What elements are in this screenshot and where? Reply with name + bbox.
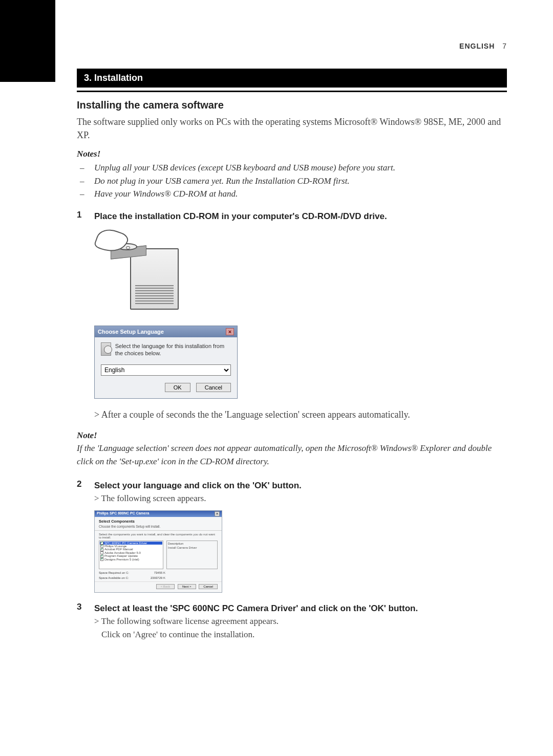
close-icon[interactable]: × — [215, 511, 220, 516]
step2-result: > The following screen appears. — [94, 492, 302, 505]
step-text: Select at least the 'SPC 600NC PC Camera… — [94, 602, 418, 615]
step-number: 2 — [77, 479, 94, 505]
step-2: 2 Select your language and click on the … — [77, 479, 507, 505]
components-listbox[interactable]: SPC 600NC PC Camera Driver Philips VLoun… — [99, 541, 163, 569]
step-number: 1 — [77, 210, 94, 223]
description-label: Description — [168, 542, 216, 545]
left-black-bar — [0, 0, 55, 82]
page-header: ENGLISH 7 — [77, 42, 507, 50]
list-item: Have your Windows® CD-ROM at hand. — [77, 187, 507, 201]
description-text: Install Camera Driver — [168, 546, 216, 549]
dialog2-instruction: Select the components you want to instal… — [99, 533, 218, 539]
close-icon[interactable]: × — [226, 328, 234, 335]
list-item: Do not plug in your USB camera yet. Run … — [77, 175, 507, 188]
note-block: Note! If the 'Language selection' screen… — [77, 430, 507, 469]
list-item[interactable]: Philips VLounge — [104, 545, 126, 548]
cd-insert-illustration — [94, 228, 507, 317]
hand-icon — [96, 230, 132, 255]
cancel-button[interactable]: Cancel — [196, 383, 231, 392]
choose-language-dialog: Choose Setup Language × Select the langu… — [94, 326, 238, 399]
section-rule — [77, 91, 507, 92]
note-heading: Note! — [77, 430, 507, 441]
space-required-value: 73455 K — [154, 571, 165, 574]
dialog2-title: Philips SPC 600NC PC Camera — [97, 511, 149, 516]
step-text: Place the installation CD-ROM in your co… — [94, 210, 387, 223]
step3-result2: Click on 'Agree' to continue the install… — [101, 628, 418, 641]
cancel-button[interactable]: Cancel — [199, 584, 218, 589]
back-button: < Back — [156, 584, 175, 589]
next-button[interactable]: Next > — [178, 584, 196, 589]
step1-result: > After a couple of seconds the the 'Lan… — [94, 408, 507, 421]
space-required-label: Space Required on C: — [99, 571, 129, 574]
list-item[interactable]: Designs Premium 5 (trial) — [104, 558, 139, 561]
dialog2-sub: Choose the components Setup will install… — [95, 525, 222, 531]
notes-list: Unplug all your USB devices (except USB … — [77, 161, 507, 201]
language-select[interactable]: English — [101, 364, 231, 376]
dialog-message: Select the language for this installatio… — [115, 342, 231, 357]
note-body: If the 'Language selection' screen does … — [77, 442, 507, 469]
notes-heading: Notes! — [77, 149, 507, 159]
list-item: Unplug all your USB devices (except USB … — [77, 161, 507, 175]
checkbox-icon[interactable] — [100, 558, 103, 561]
space-available-value: 2393729 K — [151, 576, 165, 579]
step3-result1: > The following software license agreeme… — [94, 615, 418, 628]
list-item[interactable]: SPC 600NC PC Camera Driver — [104, 542, 147, 545]
computer-tower-icon — [130, 248, 179, 310]
step-number: 3 — [77, 602, 94, 641]
dialog2-heading: Select Components — [95, 517, 222, 525]
subsection-title: Installing the camera software — [77, 99, 507, 111]
section-title: 3. Installation — [77, 69, 507, 88]
select-components-dialog: Philips SPC 600NC PC Camera × Select Com… — [94, 510, 222, 593]
checkbox-icon[interactable] — [100, 548, 103, 551]
list-item[interactable]: Acrobat PDF Manual — [104, 548, 133, 551]
dialog-title: Choose Setup Language — [98, 329, 164, 335]
step-3: 3 Select at least the 'SPC 600NC PC Came… — [77, 602, 507, 641]
language-label: ENGLISH — [459, 42, 495, 50]
intro-paragraph: The software supplied only works on PCs … — [77, 115, 507, 142]
page-number: 7 — [502, 42, 507, 50]
list-item[interactable]: Program Keeper Update — [104, 554, 138, 557]
list-item[interactable]: Adobe Acrobat Reader 5.0 — [104, 551, 141, 554]
space-available-label: Space Available on C: — [99, 576, 129, 579]
step-1: 1 Place the installation CD-ROM in your … — [77, 210, 507, 223]
description-box: Description Install Camera Driver — [166, 541, 218, 569]
step-text: Select your language and click on the 'O… — [94, 479, 302, 492]
ok-button[interactable]: OK — [165, 383, 190, 392]
globe-icon — [101, 342, 111, 356]
